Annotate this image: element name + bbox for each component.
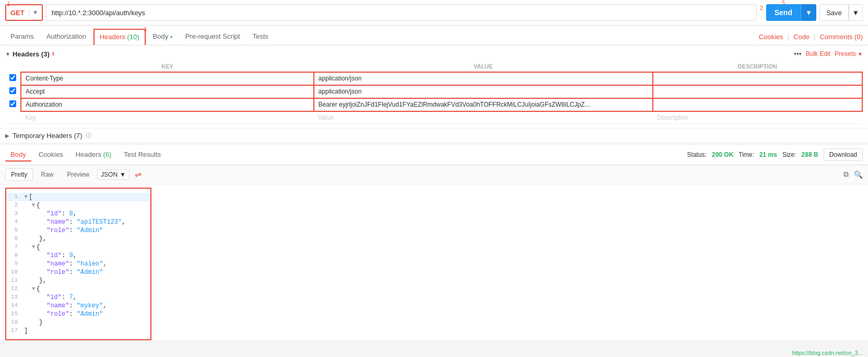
format-tabs: Pretty Raw Preview JSON ▼ ⇌ ⧉ 🔍 — [0, 165, 868, 185]
temp-headers-info[interactable]: ⓘ — [86, 132, 91, 140]
code-line-5: 5 "role": "Admin" — [6, 226, 150, 235]
code-line-8: 8 "id": 9, — [6, 251, 150, 260]
tab-headers[interactable]: Headers (10) 3 — [93, 29, 146, 45]
row2-checkbox-cell — [5, 85, 21, 98]
status-value: 200 OK — [712, 151, 733, 158]
headers-section-header: ▼ Headers (3) 4 ••• Bulk Edit Presets ▼ — [5, 50, 863, 58]
col-value-header: VALUE — [314, 61, 653, 72]
fmt-tab-raw[interactable]: Raw — [35, 168, 59, 181]
tab-params[interactable]: Params — [5, 29, 39, 44]
headers-section-title: Headers (3) — [13, 50, 50, 58]
tab-body[interactable]: Body ● — [148, 29, 178, 44]
fmt-tab-preview[interactable]: Preview — [61, 168, 95, 181]
new-key-placeholder: Key — [25, 114, 36, 121]
send-button[interactable]: Send — [766, 4, 801, 21]
tab-tests[interactable]: Tests — [247, 29, 273, 44]
row3-value-cell: Bearer eyjrljoiZnJFd1FlejVud1FYaEZlRmdwa… — [314, 98, 653, 111]
save-button[interactable]: Save — [819, 4, 849, 21]
json-format-select[interactable]: JSON ▼ — [97, 169, 130, 180]
headers-chevron[interactable]: ▼ — [5, 51, 10, 57]
search-button[interactable]: 🔍 — [854, 170, 863, 179]
code-line-12: 12 ▼{ — [6, 285, 150, 293]
download-button[interactable]: Download — [824, 148, 863, 161]
presets-btn[interactable]: Presets ▼ — [835, 50, 863, 57]
resp-tab-cookies[interactable]: Cookies — [33, 148, 68, 162]
time-value: 21 ms — [759, 151, 777, 158]
code-line-6: 6 }, — [6, 235, 150, 243]
method-dropdown-arrow[interactable]: ▼ — [29, 9, 42, 16]
send-badge: 5 — [782, 0, 785, 6]
col-desc-header: DESCRIPTION — [653, 61, 862, 72]
row3-value: Bearer eyjrljoiZnJFd1FlejVud1FYaEZlRmdwa… — [319, 101, 590, 108]
headers-actions: ••• Bulk Edit Presets ▼ — [794, 50, 863, 58]
bulk-edit-btn[interactable]: Bulk Edit — [806, 50, 830, 57]
headers-tab-badge: 3 — [144, 27, 147, 32]
new-desc-placeholder: Description — [657, 114, 688, 121]
code-line-3: 3 "id": 8, — [6, 210, 150, 218]
row3-checkbox[interactable] — [9, 100, 16, 107]
resp-tab-body[interactable]: Body — [5, 148, 31, 162]
header-row-new: Key Value Description — [5, 111, 862, 124]
save-button-group: Save ▼ — [819, 4, 863, 21]
row1-desc-cell — [653, 72, 862, 85]
temp-headers-section[interactable]: ▶ Temporary Headers (7) ⓘ — [0, 129, 868, 143]
headers-table: KEY VALUE DESCRIPTION Content-Type appli… — [5, 61, 863, 124]
response-tabs: Body Cookies Headers (6) Test Results St… — [0, 145, 868, 165]
save-dropdown[interactable]: ▼ — [849, 4, 863, 21]
send-dropdown[interactable]: ▼ — [801, 4, 816, 21]
header-row-3: Authorization Bearer eyjrljoiZnJFd1FlejV… — [5, 98, 862, 111]
response-status-area: Status: 200 OK Time: 21 ms Size: 288 B D… — [687, 148, 863, 161]
row3-checkbox-cell — [5, 98, 21, 111]
tab-right-links: Cookies | Code | Comments (0) — [759, 33, 863, 41]
new-row-value: Value — [314, 111, 653, 124]
response-section: Body Cookies Headers (6) Test Results St… — [0, 145, 868, 340]
row1-key-cell: Content-Type — [21, 72, 314, 85]
row1-checkbox-cell — [5, 72, 21, 85]
row3-desc-cell — [653, 98, 862, 111]
header-row-1: Content-Type application/json — [5, 72, 862, 85]
size-value: 288 B — [802, 151, 818, 158]
method-selector[interactable]: GET ▼ 1 — [5, 4, 43, 21]
size-label: Size: — [782, 151, 796, 158]
tab-authorization[interactable]: Authorization — [41, 29, 91, 44]
url-input[interactable] — [46, 4, 757, 21]
row2-value: application/json — [319, 88, 362, 95]
code-line-15: 15 "role": "Admin" — [6, 310, 150, 318]
code-line-16: 16 } — [6, 318, 150, 327]
new-row-desc: Description — [653, 111, 862, 124]
time-label: Time: — [738, 151, 754, 158]
row1-value: application/json — [319, 75, 362, 82]
fmt-tab-pretty[interactable]: Pretty — [5, 168, 33, 181]
code-line-13: 13 "id": 7, — [6, 293, 150, 302]
code-line-11: 11 }, — [6, 277, 150, 285]
code-line-4: 4 "name": "apiTEST123", — [6, 218, 150, 226]
headers-section-badge: 4 — [52, 51, 55, 57]
code-line-10: 10 "role": "Admin" — [6, 268, 150, 277]
code-line-1: 1 ▼[ — [6, 193, 150, 201]
cookies-link[interactable]: Cookies — [759, 33, 783, 41]
more-options-btn[interactable]: ••• — [794, 50, 802, 58]
code-line-7: 7 ▼{ — [6, 243, 150, 251]
method-badge: 1 — [7, 1, 10, 7]
send-button-group: Send ▼ 5 — [766, 4, 816, 21]
row3-key: Authorization — [26, 101, 62, 108]
row2-checkbox[interactable] — [9, 87, 16, 94]
status-label: Status: — [687, 151, 707, 158]
col-key-header: KEY — [21, 61, 314, 72]
new-value-placeholder: Value — [318, 114, 334, 121]
resp-tab-test-results[interactable]: Test Results — [119, 148, 166, 162]
wrap-button[interactable]: ⇌ — [135, 169, 142, 179]
code-line-2: 2 ▼{ — [6, 201, 150, 210]
tab-prerequest[interactable]: Pre-request Script — [180, 29, 245, 44]
url-badge: 2 — [760, 5, 763, 11]
code-link[interactable]: Code — [793, 33, 810, 41]
row1-checkbox[interactable] — [9, 74, 16, 81]
method-label: GET — [6, 9, 29, 17]
code-line-14: 14 "name": "mykey", — [6, 302, 150, 310]
new-row-key: Key — [21, 111, 314, 124]
comments-link[interactable]: Comments (0) — [820, 33, 863, 41]
resp-tab-headers[interactable]: Headers (6) — [71, 148, 117, 162]
copy-button[interactable]: ⧉ — [843, 170, 849, 179]
row1-key: Content-Type — [26, 75, 63, 82]
row1-value-cell: application/json — [314, 72, 653, 85]
